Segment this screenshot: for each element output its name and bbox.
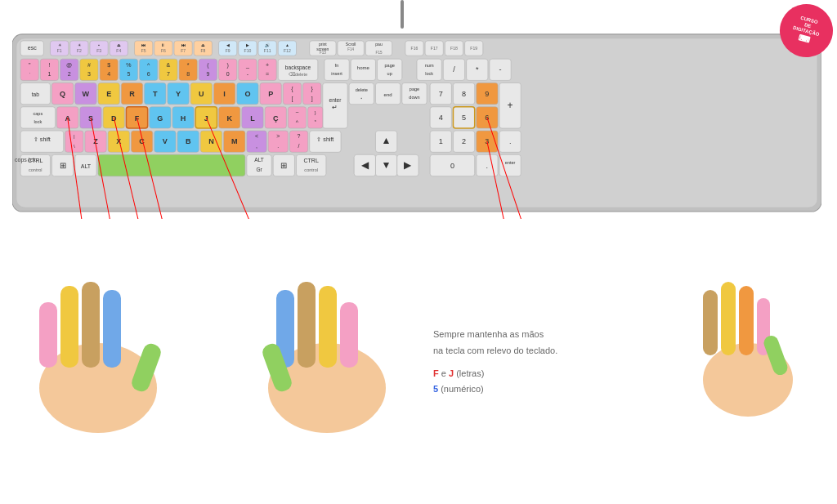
svg-text:+: +: [508, 100, 513, 111]
svg-text:*: *: [187, 62, 190, 68]
svg-text:W: W: [83, 90, 90, 98]
svg-rect-283: [319, 286, 337, 368]
svg-text:enter: enter: [329, 97, 342, 103]
svg-text:◀: ◀: [226, 42, 230, 47]
svg-text:ALT: ALT: [81, 163, 92, 169]
svg-text:F7: F7: [181, 48, 186, 53]
svg-text:🔊: 🔊: [265, 42, 271, 48]
svg-text:⇧ shift: ⇧ shift: [34, 136, 51, 142]
svg-text:.: .: [486, 162, 489, 170]
right-hand-numpad: [687, 237, 809, 417]
svg-text:▪: ▪: [360, 96, 362, 100]
svg-text:7: 7: [167, 71, 170, 77]
annotation-line4: 5 (numérico): [433, 381, 557, 398]
svg-text:6: 6: [147, 71, 150, 77]
svg-text:F16: F16: [411, 46, 418, 51]
usb-cable: [401, 0, 404, 29]
svg-text:▲: ▲: [285, 42, 289, 47]
svg-text:H: H: [181, 114, 186, 123]
svg-rect-276: [60, 286, 78, 368]
svg-text:1: 1: [439, 137, 443, 145]
svg-text:B: B: [186, 137, 191, 145]
svg-rect-148: [349, 83, 374, 104]
svg-text:}: }: [315, 110, 316, 115]
svg-text:num: num: [425, 63, 434, 68]
svg-text:⏏: ⏏: [117, 42, 121, 47]
svg-text:7: 7: [439, 90, 443, 98]
svg-text:F11: F11: [264, 48, 271, 53]
svg-text:ALT: ALT: [254, 157, 264, 163]
annotation-numerico: (numérico): [441, 384, 484, 394]
svg-text:F15: F15: [376, 51, 383, 55]
svg-text:lock: lock: [425, 71, 433, 76]
svg-text:?: ?: [298, 133, 301, 139]
svg-text:down: down: [409, 95, 419, 100]
annotation-line1: Sempre mantenha as mãos: [433, 327, 557, 343]
svg-text:,: ,: [256, 143, 257, 149]
svg-rect-284: [340, 302, 358, 368]
svg-text:F14: F14: [347, 47, 354, 51]
annotation-area: Sempre mantenha as mãos na tecla com rel…: [433, 327, 557, 398]
svg-text:control: control: [29, 167, 43, 172]
svg-text:F4: F4: [116, 48, 121, 53]
keyboard-svg: esc ☀ F1 ☀ F2 ▪ F3 ⏏ F4 ⏮ F5 ⏸ F6: [12, 31, 821, 219]
svg-text:_: _: [245, 62, 249, 69]
svg-text:]: ]: [311, 96, 313, 102]
svg-text:E: E: [106, 90, 111, 98]
svg-text:>: >: [276, 133, 280, 139]
svg-text:': ': [29, 72, 30, 77]
svg-text:I: I: [223, 90, 226, 98]
svg-text:enter: enter: [505, 160, 516, 165]
svg-text:*: *: [476, 65, 479, 74]
svg-text:pau: pau: [375, 42, 383, 47]
svg-text:5: 5: [462, 114, 466, 122]
svg-text:tab: tab: [32, 91, 39, 97]
svg-text:0: 0: [450, 162, 454, 170]
svg-text:page: page: [384, 63, 394, 68]
svg-text:P: P: [268, 90, 273, 98]
svg-text:F12: F12: [284, 48, 291, 53]
svg-text:◀: ◀: [361, 159, 369, 171]
svg-text:⏭: ⏭: [181, 42, 186, 47]
svg-text:end: end: [384, 92, 392, 97]
number-5-highlight: 5: [433, 384, 438, 394]
svg-text:F19: F19: [470, 46, 477, 51]
svg-text:G: G: [157, 114, 163, 123]
svg-text:F9: F9: [226, 48, 231, 53]
svg-text:backspace: backspace: [285, 65, 311, 71]
svg-text:5: 5: [127, 71, 130, 77]
svg-text:⊞: ⊞: [280, 161, 287, 170]
svg-text:⏸: ⏸: [161, 42, 165, 47]
svg-text:T: T: [153, 90, 158, 98]
svg-text:Ç: Ç: [273, 114, 279, 123]
svg-text:⊞: ⊞: [60, 161, 66, 170]
svg-text:O: O: [244, 90, 250, 98]
svg-text:L: L: [250, 114, 255, 123]
svg-text:#: #: [87, 62, 91, 68]
svg-text:$: $: [107, 62, 110, 68]
svg-text:F8: F8: [200, 48, 205, 53]
svg-text:lock: lock: [34, 119, 42, 124]
svg-text:4: 4: [439, 114, 443, 122]
svg-text:2: 2: [462, 137, 466, 145]
svg-text:.: .: [277, 143, 279, 149]
svg-text:▪: ▪: [98, 42, 100, 47]
svg-text:): ): [226, 62, 228, 69]
svg-text:K: K: [226, 114, 232, 123]
svg-text:/: /: [453, 65, 455, 74]
svg-text:&: &: [167, 62, 171, 68]
svg-rect-164: [20, 107, 55, 128]
keyboard-icon: ⌨: [797, 33, 811, 45]
svg-rect-287: [703, 290, 718, 355]
svg-text:F3: F3: [96, 48, 101, 53]
svg-text:▲: ▲: [382, 135, 392, 146]
svg-text:▶: ▶: [246, 42, 249, 47]
svg-text:F6: F6: [161, 48, 166, 53]
svg-text:/: /: [298, 143, 300, 149]
svg-rect-278: [103, 290, 121, 368]
svg-text:+: +: [266, 62, 269, 68]
svg-text:V: V: [163, 137, 168, 145]
svg-text:⇧ shift: ⇧ shift: [316, 136, 333, 142]
svg-text:⏮: ⏮: [141, 42, 145, 47]
svg-text:%: %: [126, 62, 132, 68]
